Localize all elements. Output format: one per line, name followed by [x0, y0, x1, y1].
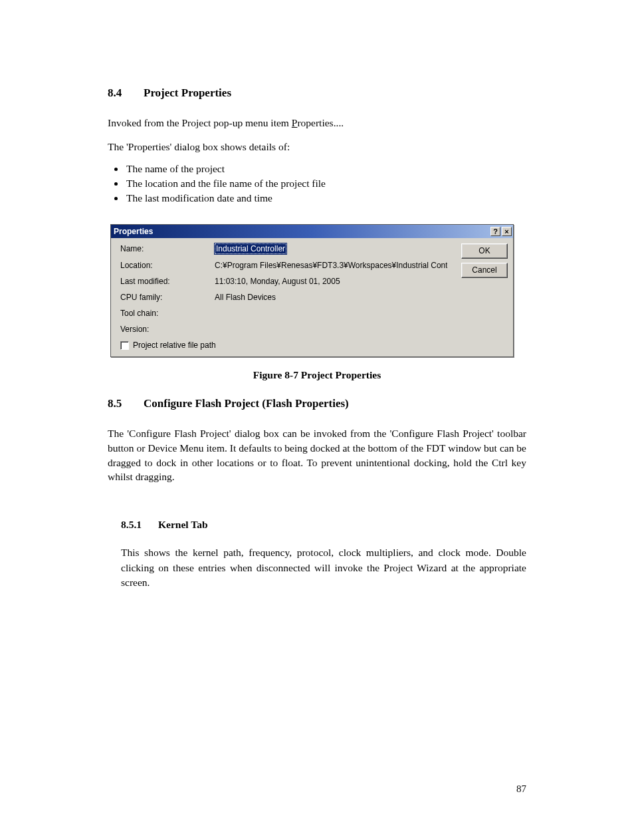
dialog-body: OK Cancel Name: Industrial Controller Lo…: [111, 238, 513, 356]
dialog-title: Properties: [114, 227, 490, 236]
list-item: The location and the file name of the pr…: [125, 178, 526, 190]
checkbox-label: Project relative file path: [133, 341, 216, 350]
para-invoked-from: Invoked from the Project pop-up menu ite…: [108, 116, 526, 130]
value-last-modified: 11:03:10, Monday, August 01, 2005: [215, 277, 340, 286]
figure-caption: Figure 8-7 Project Properties: [108, 369, 526, 381]
section-title: Configure Flash Project (Flash Propertie…: [144, 397, 349, 410]
para-kernel-tab: This shows the kernel path, frequency, p…: [121, 545, 526, 590]
value-cpu-family: All Flash Devices: [215, 293, 276, 302]
row-last-modified: Last modified: 11:03:10, Monday, August …: [116, 277, 508, 286]
section-heading-8-5: 8.5Configure Flash Project (Flash Proper…: [108, 397, 526, 410]
label-version: Version:: [120, 325, 215, 334]
close-icon[interactable]: ×: [502, 227, 512, 236]
checkbox-row: Project relative file path: [116, 341, 508, 350]
project-relative-checkbox[interactable]: [120, 341, 129, 350]
row-location: Location: C:¥Program Files¥Renesas¥FDT3.…: [116, 261, 508, 270]
label-last-modified: Last modified:: [120, 277, 215, 286]
section-number: 8.5: [108, 397, 144, 410]
section-heading-8-4: 8.4Project Properties: [108, 86, 526, 100]
row-name: Name: Industrial Controller: [116, 243, 508, 254]
bullet-list: The name of the project The location and…: [108, 163, 526, 204]
subsection-title: Kernel Tab: [158, 519, 208, 531]
value-location: C:¥Program Files¥Renesas¥FDT3.3¥Workspac…: [215, 261, 447, 270]
cancel-button[interactable]: Cancel: [461, 263, 508, 278]
section-number: 8.4: [108, 86, 144, 100]
list-item: The last modification date and time: [125, 192, 526, 204]
row-version: Version:: [116, 325, 508, 334]
section-title: Project Properties: [144, 86, 231, 99]
label-tool-chain: Tool chain:: [120, 309, 215, 318]
dialog-titlebar: Properties ? ×: [111, 225, 513, 238]
row-tool-chain: Tool chain:: [116, 309, 508, 318]
label-name: Name:: [120, 244, 215, 253]
page: 8.4Project Properties Invoked from the P…: [0, 0, 634, 840]
subsection-number: 8.5.1: [121, 519, 158, 531]
value-name[interactable]: Industrial Controller: [215, 243, 286, 254]
titlebar-buttons: ? ×: [490, 227, 512, 236]
para-shows-details: The 'Properties' dialog box shows detail…: [108, 140, 526, 154]
ok-button[interactable]: OK: [461, 243, 508, 259]
button-column: OK Cancel: [461, 243, 508, 282]
list-item: The name of the project: [125, 163, 526, 175]
page-number: 87: [516, 783, 526, 795]
label-cpu-family: CPU family:: [120, 293, 215, 302]
subsection-heading-8-5-1: 8.5.1Kernel Tab: [121, 519, 526, 531]
para-configure-flash: The 'Configure Flash Project' dialog box…: [108, 426, 526, 484]
label-location: Location:: [120, 261, 215, 270]
properties-dialog: Properties ? × OK Cancel Name: Industria…: [110, 224, 514, 357]
row-cpu-family: CPU family: All Flash Devices: [116, 293, 508, 302]
help-icon[interactable]: ?: [490, 227, 500, 236]
